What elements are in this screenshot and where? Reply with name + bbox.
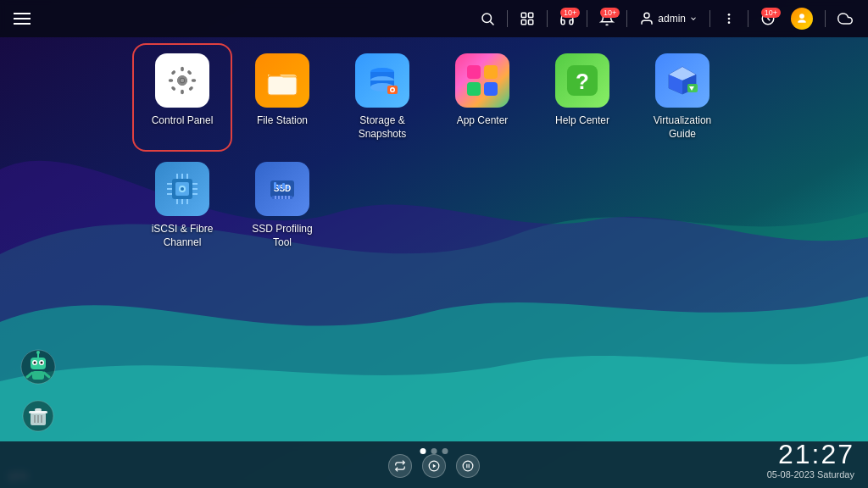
svg-point-61 <box>181 187 184 191</box>
svg-rect-16 <box>169 79 173 82</box>
svg-rect-17 <box>192 79 196 82</box>
dock-pause-button[interactable] <box>456 454 480 478</box>
app-icon-help-center[interactable]: ? Help Center <box>536 47 629 148</box>
app-icon-file-station[interactable]: File Station <box>236 47 329 148</box>
dock-page-dots <box>420 448 448 454</box>
dock-dot-3[interactable] <box>442 448 448 454</box>
divider-6 <box>748 10 748 27</box>
svg-rect-37 <box>484 82 498 96</box>
app-icon-control-panel[interactable]: Control Panel <box>136 47 229 148</box>
svg-point-2 <box>482 14 492 23</box>
app-icon-virtualization-guide[interactable]: Virtualization Guide <box>636 47 729 148</box>
virtualization-icon <box>655 53 709 108</box>
svg-rect-71 <box>278 185 281 189</box>
virtualization-label: Virtualization Guide <box>643 114 722 141</box>
clock-button[interactable]: 10+ <box>755 8 781 30</box>
admin-label: admin <box>658 13 686 25</box>
svg-rect-15 <box>181 90 184 94</box>
svg-point-23 <box>181 79 185 83</box>
more-options-button[interactable] <box>717 8 741 29</box>
dock-repeat-button[interactable] <box>388 454 412 478</box>
divider-4 <box>626 10 627 27</box>
file-station-icon <box>255 53 309 108</box>
svg-rect-20 <box>186 69 192 75</box>
svg-rect-19 <box>188 86 193 91</box>
taskbar-right: 10+ 10+ admin <box>475 4 858 33</box>
bottom-dock <box>0 441 868 488</box>
svg-rect-73 <box>287 186 289 189</box>
app-center-icon <box>455 53 509 108</box>
avatar-button[interactable] <box>786 4 818 33</box>
svg-point-11 <box>728 21 731 24</box>
svg-rect-14 <box>181 67 184 71</box>
desktop-icons-grid: Control Panel File Station <box>136 47 729 257</box>
clock-widget: 21:27 05-08-2023 Saturday <box>767 441 854 480</box>
network-button[interactable] <box>832 8 858 30</box>
app-icon-app-center[interactable]: App Center <box>436 47 529 148</box>
svg-rect-24 <box>268 76 297 95</box>
robot-button[interactable] <box>17 346 59 388</box>
clock-time: 21:27 <box>767 441 854 468</box>
svg-rect-4 <box>522 13 526 17</box>
svg-point-78 <box>34 362 36 364</box>
dock-playback-controls <box>388 454 480 478</box>
admin-menu-button[interactable]: admin <box>634 9 703 28</box>
storage-label: Storage & Snapshots <box>342 114 422 141</box>
svg-rect-82 <box>32 371 44 380</box>
svg-point-81 <box>36 351 40 354</box>
divider-3 <box>587 10 587 27</box>
notifications-badge: 10+ <box>600 8 620 18</box>
user-avatar <box>791 8 813 30</box>
svg-rect-21 <box>170 86 175 91</box>
svg-point-79 <box>41 362 43 364</box>
search-button[interactable] <box>475 8 500 30</box>
support-button[interactable]: 10+ <box>554 8 580 30</box>
help-center-icon: ? <box>555 53 609 108</box>
app-icon-storage-snapshots[interactable]: Storage & Snapshots <box>336 47 429 148</box>
svg-point-33 <box>392 89 394 92</box>
divider-2 <box>547 10 548 27</box>
bottom-left-icons <box>17 346 59 437</box>
svg-point-9 <box>728 14 731 16</box>
svg-rect-7 <box>529 20 533 25</box>
divider-1 <box>507 10 508 27</box>
taskbar: 10+ 10+ admin <box>0 0 868 37</box>
app-icon-iscsi[interactable]: iSCSI & Fibre Channel <box>136 155 229 257</box>
ssd-profiling-icon: SSD <box>255 162 309 216</box>
taskbar-left <box>10 9 34 28</box>
svg-point-8 <box>644 13 649 18</box>
divider-5 <box>709 10 710 27</box>
trash-button[interactable] <box>17 395 59 437</box>
svg-text:?: ? <box>576 69 589 94</box>
clock-date: 05-08-2023 Saturday <box>767 469 854 480</box>
svg-rect-5 <box>529 13 533 17</box>
hamburger-menu-button[interactable] <box>10 9 34 28</box>
iscsi-label: iSCSI & Fibre Channel <box>142 223 222 249</box>
svg-rect-70 <box>274 182 276 189</box>
tasks-button[interactable] <box>515 8 540 30</box>
support-badge: 10+ <box>560 8 580 18</box>
help-center-label: Help Center <box>555 114 609 128</box>
dock-dot-2[interactable] <box>431 448 437 454</box>
control-panel-icon <box>155 53 209 108</box>
file-station-label: File Station <box>257 114 308 128</box>
svg-rect-88 <box>35 408 42 412</box>
control-panel-label: Control Panel <box>152 114 214 128</box>
svg-marker-93 <box>433 464 436 469</box>
app-icon-ssd-profiling[interactable]: SSD SSD Profiling Tool <box>236 155 329 257</box>
dock-dot-1[interactable] <box>420 448 426 454</box>
svg-rect-35 <box>484 65 498 79</box>
iscsi-icon <box>155 162 209 216</box>
svg-rect-72 <box>282 183 285 189</box>
svg-rect-18 <box>170 69 175 75</box>
dock-play-button[interactable] <box>422 454 446 478</box>
divider-7 <box>825 10 826 27</box>
svg-point-10 <box>728 18 731 20</box>
notifications-button[interactable]: 10+ <box>594 8 620 30</box>
clock-badge: 10+ <box>761 8 781 18</box>
svg-rect-34 <box>467 65 481 79</box>
app-center-label: App Center <box>457 114 509 128</box>
svg-rect-36 <box>467 82 481 96</box>
svg-point-94 <box>463 461 473 471</box>
svg-line-3 <box>491 21 494 25</box>
